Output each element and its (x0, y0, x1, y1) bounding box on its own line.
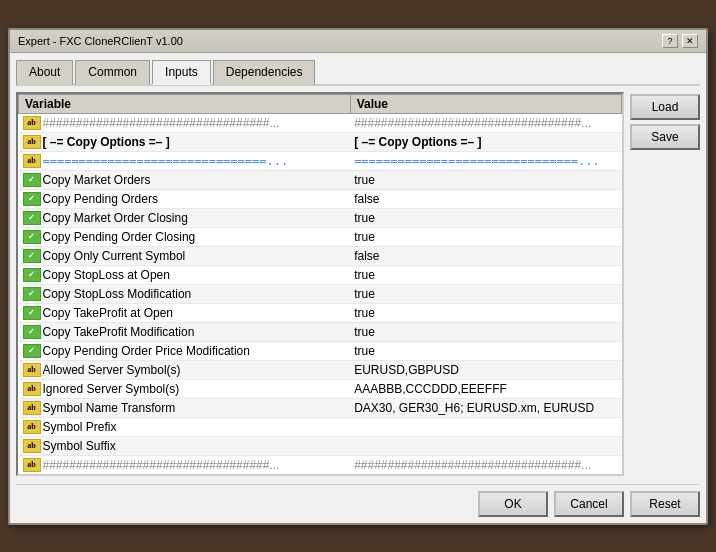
cancel-button[interactable]: Cancel (554, 491, 624, 517)
cell-variable: ✓Copy TakeProfit Modification (19, 322, 351, 341)
cell-variable: ab##################################... (19, 113, 351, 132)
reset-button[interactable]: Reset (630, 491, 700, 517)
col-variable: Variable (19, 94, 351, 113)
variable-text: Copy Pending Order Closing (43, 230, 196, 244)
table-row[interactable]: abAllowed Server Symbol(s)EURUSD,GBPUSD (19, 360, 622, 379)
checkmark-icon: ✓ (23, 325, 41, 339)
table-row[interactable]: ✓Copy Pending Order Price Modificationtr… (19, 341, 622, 360)
variable-text: ##################################... (43, 116, 280, 130)
table-row[interactable]: ✓Copy Pending Order Closingtrue (19, 227, 622, 246)
tab-bar: About Common Inputs Dependencies (16, 59, 700, 86)
cell-variable: ab===============================... (19, 151, 351, 170)
checkmark-icon: ✓ (23, 230, 41, 244)
content-area: About Common Inputs Dependencies Variabl… (10, 53, 706, 523)
table-row[interactable]: ✓Copy Market Order Closingtrue (19, 208, 622, 227)
help-button[interactable]: ? (662, 34, 678, 48)
variable-text: Symbol Name Transform (43, 401, 176, 415)
variable-text: Copy StopLoss Modification (43, 287, 192, 301)
cell-value: ===============================... (350, 151, 621, 170)
checkmark-icon: ✓ (23, 287, 41, 301)
variable-text: Copy Market Orders (43, 173, 151, 187)
variable-text: [ –= Copy Options =– ] (43, 135, 170, 149)
cell-variable: ✓Copy StopLoss at Open (19, 265, 351, 284)
cell-value (350, 417, 621, 436)
cell-value: true (350, 322, 621, 341)
variable-text: Copy Only Current Symbol (43, 249, 186, 263)
cell-value (350, 436, 621, 455)
ab-icon: ab (23, 116, 41, 130)
ab-icon: ab (23, 135, 41, 149)
col-value: Value (350, 94, 621, 113)
table-row[interactable]: ✓Copy TakeProfit at Opentrue (19, 303, 622, 322)
table-row[interactable]: abIgnored Server Symbol(s)AAABBB,CCCDDD,… (19, 379, 622, 398)
ab-icon: ab (23, 154, 41, 168)
checkmark-icon: ✓ (23, 211, 41, 225)
table-row[interactable]: ✓Copy StopLoss Modificationtrue (19, 284, 622, 303)
cell-value: DAX30, GER30_H6; EURUSD.xm, EURUSD (350, 398, 621, 417)
table-row[interactable]: ✓Copy Only Current Symbolfalse (19, 246, 622, 265)
checkmark-icon: ✓ (23, 249, 41, 263)
cell-value: true (350, 341, 621, 360)
ab-icon: ab (23, 363, 41, 377)
table-row[interactable]: abSymbol Name TransformDAX30, GER30_H6; … (19, 398, 622, 417)
variable-text: ===============================... (43, 154, 289, 168)
table-row[interactable]: ab##################################...#… (19, 455, 622, 474)
cell-value: AAABBB,CCCDDD,EEEFFF (350, 379, 621, 398)
table-row[interactable]: ✓Copy Pending Ordersfalse (19, 189, 622, 208)
ab-icon: ab (23, 382, 41, 396)
checkmark-icon: ✓ (23, 192, 41, 206)
table-row[interactable]: abSymbol Suffix (19, 436, 622, 455)
cell-value: true (350, 170, 621, 189)
ab-icon: ab (23, 420, 41, 434)
table-row[interactable]: ab[ –= Copy Options =– ][ –= Copy Option… (19, 132, 622, 151)
variable-text: Copy TakeProfit at Open (43, 306, 174, 320)
cell-value: false (350, 246, 621, 265)
table-scroll[interactable]: Variable Value ab#######################… (18, 94, 622, 474)
close-button[interactable]: ✕ (682, 34, 698, 48)
cell-variable: ✓Copy StopLoss Modification (19, 284, 351, 303)
variable-text: ##################################... (43, 458, 280, 472)
cell-variable: ✓Copy TakeProfit at Open (19, 303, 351, 322)
cell-value: true (350, 208, 621, 227)
checkmark-icon: ✓ (23, 306, 41, 320)
cell-value: ##################################... (350, 455, 621, 474)
table-row[interactable]: ✓Copy Market Orderstrue (19, 170, 622, 189)
cell-variable: ✓Copy Pending Order Price Modification (19, 341, 351, 360)
cell-variable: abIgnored Server Symbol(s) (19, 379, 351, 398)
table-row[interactable]: ✓Copy StopLoss at Opentrue (19, 265, 622, 284)
cell-variable: abSymbol Suffix (19, 436, 351, 455)
save-button[interactable]: Save (630, 124, 700, 150)
title-bar-controls: ? ✕ (662, 34, 698, 48)
checkmark-icon: ✓ (23, 268, 41, 282)
variables-table-container: Variable Value ab#######################… (16, 92, 624, 476)
tab-common[interactable]: Common (75, 60, 150, 85)
load-button[interactable]: Load (630, 94, 700, 120)
variable-text: Symbol Suffix (43, 439, 116, 453)
title-bar: Expert - FXC CloneRClienT v1.00 ? ✕ (10, 30, 706, 53)
cell-value: ##################################... (350, 113, 621, 132)
window-title: Expert - FXC CloneRClienT v1.00 (18, 35, 183, 47)
cell-value: true (350, 227, 621, 246)
variable-text: Allowed Server Symbol(s) (43, 363, 181, 377)
ab-icon: ab (23, 439, 41, 453)
bottom-bar: OK Cancel Reset (16, 484, 700, 517)
tab-inputs[interactable]: Inputs (152, 60, 211, 85)
table-row[interactable]: ab##################################...#… (19, 113, 622, 132)
tab-dependencies[interactable]: Dependencies (213, 60, 316, 85)
cell-value: false (350, 189, 621, 208)
variable-text: Copy StopLoss at Open (43, 268, 170, 282)
variable-text: Copy Pending Orders (43, 192, 158, 206)
cell-value: true (350, 265, 621, 284)
table-row[interactable]: ab===============================...====… (19, 151, 622, 170)
variable-text: Symbol Prefix (43, 420, 117, 434)
main-window: Expert - FXC CloneRClienT v1.00 ? ✕ Abou… (8, 28, 708, 525)
ok-button[interactable]: OK (478, 491, 548, 517)
checkmark-icon: ✓ (23, 344, 41, 358)
variable-text: Copy Market Order Closing (43, 211, 188, 225)
tab-about[interactable]: About (16, 60, 73, 85)
table-row[interactable]: abSymbol Prefix (19, 417, 622, 436)
table-row[interactable]: ✓Copy TakeProfit Modificationtrue (19, 322, 622, 341)
cell-variable: ✓Copy Market Order Closing (19, 208, 351, 227)
cell-variable: ✓Copy Pending Orders (19, 189, 351, 208)
cell-value: [ –= Copy Options =– ] (350, 132, 621, 151)
